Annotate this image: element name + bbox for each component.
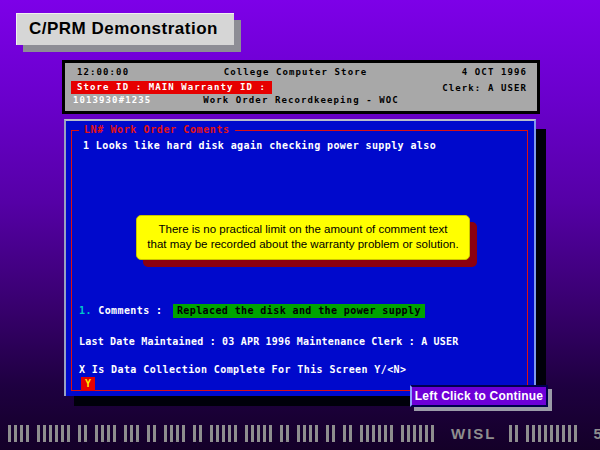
footer-brand: WISL — [451, 425, 497, 442]
store-warranty-id-field: Store ID : MAIN Warranty ID : — [71, 81, 272, 94]
barcode-right-decoration — [509, 425, 580, 442]
clerk-label: Clerk: A USER — [442, 83, 527, 93]
slide-title: C/PRM Demonstration — [29, 19, 218, 39]
work-order-comments-frame: LN# Work Order Coments — [71, 130, 528, 391]
data-collection-complete-prompt: X Is Data Collection Complete For This S… — [79, 364, 406, 375]
slide-title-box: C/PRM Demonstration — [16, 13, 234, 45]
page-number: 57 — [594, 425, 600, 442]
terminal-body: LN# Work Order Coments 1 Looks like hard… — [64, 119, 536, 396]
comments-line-number: 1. — [79, 305, 92, 316]
comments-label: Comments : — [98, 305, 162, 316]
frame-title: LN# Work Order Coments — [79, 124, 235, 135]
footer: WISL 57 — [0, 420, 600, 450]
screen-title: Work Order Recordkeeping - WOC — [65, 95, 537, 105]
barcode-left-decoration — [8, 425, 437, 442]
complete-input-field[interactable]: Y — [81, 377, 95, 391]
last-maintained-line: Last Date Maintained : 03 APR 1996 Maint… — [79, 336, 458, 347]
annotation-callout: There is no practical limit on the amoun… — [136, 215, 470, 260]
current-date: 4 OCT 1996 — [462, 67, 527, 77]
slide-background: C/PRM Demonstration 12:00:00 College Com… — [0, 0, 600, 450]
terminal-header: 12:00:00 College Computer Store 4 OCT 19… — [62, 60, 540, 114]
clock-time: 12:00:00 — [77, 67, 129, 77]
callout-line-2: that may be recorded about the warranty … — [141, 237, 465, 252]
callout-line-1: There is no practical limit on the amoun… — [141, 222, 465, 237]
store-name: College Computer Store — [224, 67, 367, 77]
continue-button[interactable]: Left Click to Continue — [410, 385, 548, 407]
comment-history-line: 1 Looks like hard disk again checking po… — [83, 140, 436, 151]
comments-input-field[interactable]: Replaced the disk and the power supply — [173, 304, 425, 318]
comments-prompt-row: 1. Comments : Replaced the disk and the … — [79, 305, 425, 316]
